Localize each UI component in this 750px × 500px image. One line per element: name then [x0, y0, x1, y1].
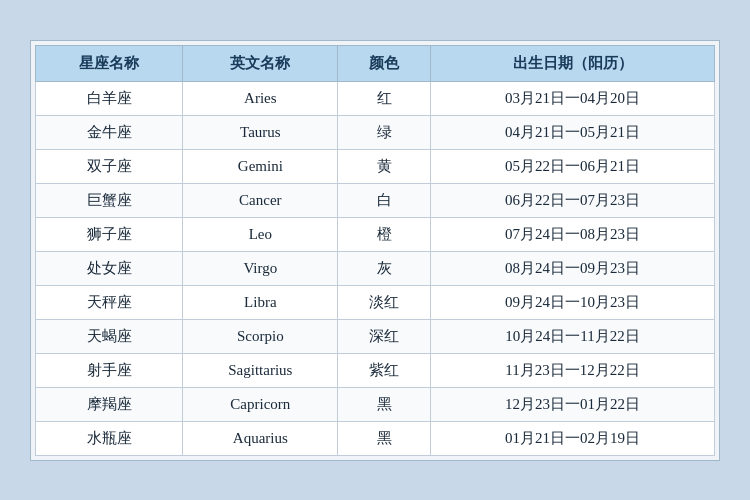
table-row: 射手座Sagittarius紫红11月23日一12月22日 [36, 353, 715, 387]
cell-chinese: 处女座 [36, 251, 183, 285]
zodiac-table: 星座名称 英文名称 颜色 出生日期（阳历） 白羊座Aries红03月21日一04… [35, 45, 715, 456]
table-row: 白羊座Aries红03月21日一04月20日 [36, 81, 715, 115]
cell-chinese: 白羊座 [36, 81, 183, 115]
cell-english: Libra [183, 285, 338, 319]
cell-color: 红 [338, 81, 431, 115]
cell-color: 黑 [338, 387, 431, 421]
table-row: 天蝎座Scorpio深红10月24日一11月22日 [36, 319, 715, 353]
cell-chinese: 天蝎座 [36, 319, 183, 353]
col-header-dates: 出生日期（阳历） [431, 45, 715, 81]
cell-color: 深红 [338, 319, 431, 353]
cell-dates: 06月22日一07月23日 [431, 183, 715, 217]
cell-dates: 03月21日一04月20日 [431, 81, 715, 115]
table-header-row: 星座名称 英文名称 颜色 出生日期（阳历） [36, 45, 715, 81]
table-row: 巨蟹座Cancer白06月22日一07月23日 [36, 183, 715, 217]
cell-chinese: 双子座 [36, 149, 183, 183]
cell-chinese: 金牛座 [36, 115, 183, 149]
cell-color: 黑 [338, 421, 431, 455]
col-header-english: 英文名称 [183, 45, 338, 81]
cell-chinese: 水瓶座 [36, 421, 183, 455]
cell-color: 紫红 [338, 353, 431, 387]
cell-chinese: 狮子座 [36, 217, 183, 251]
col-header-chinese: 星座名称 [36, 45, 183, 81]
cell-english: Cancer [183, 183, 338, 217]
cell-dates: 04月21日一05月21日 [431, 115, 715, 149]
cell-color: 橙 [338, 217, 431, 251]
cell-dates: 12月23日一01月22日 [431, 387, 715, 421]
cell-english: Aries [183, 81, 338, 115]
cell-chinese: 摩羯座 [36, 387, 183, 421]
table-row: 金牛座Taurus绿04月21日一05月21日 [36, 115, 715, 149]
cell-dates: 01月21日一02月19日 [431, 421, 715, 455]
cell-dates: 05月22日一06月21日 [431, 149, 715, 183]
cell-chinese: 巨蟹座 [36, 183, 183, 217]
table-row: 天秤座Libra淡红09月24日一10月23日 [36, 285, 715, 319]
cell-english: Gemini [183, 149, 338, 183]
cell-english: Aquarius [183, 421, 338, 455]
table-row: 狮子座Leo橙07月24日一08月23日 [36, 217, 715, 251]
zodiac-table-container: 星座名称 英文名称 颜色 出生日期（阳历） 白羊座Aries红03月21日一04… [30, 40, 720, 461]
cell-english: Sagittarius [183, 353, 338, 387]
col-header-color: 颜色 [338, 45, 431, 81]
cell-color: 灰 [338, 251, 431, 285]
cell-dates: 10月24日一11月22日 [431, 319, 715, 353]
table-row: 水瓶座Aquarius黑01月21日一02月19日 [36, 421, 715, 455]
cell-chinese: 射手座 [36, 353, 183, 387]
cell-english: Leo [183, 217, 338, 251]
cell-color: 绿 [338, 115, 431, 149]
cell-english: Virgo [183, 251, 338, 285]
table-row: 处女座Virgo灰08月24日一09月23日 [36, 251, 715, 285]
cell-dates: 07月24日一08月23日 [431, 217, 715, 251]
cell-dates: 11月23日一12月22日 [431, 353, 715, 387]
cell-dates: 09月24日一10月23日 [431, 285, 715, 319]
cell-color: 白 [338, 183, 431, 217]
cell-chinese: 天秤座 [36, 285, 183, 319]
cell-english: Scorpio [183, 319, 338, 353]
cell-color: 黄 [338, 149, 431, 183]
cell-english: Capricorn [183, 387, 338, 421]
cell-english: Taurus [183, 115, 338, 149]
table-row: 双子座Gemini黄05月22日一06月21日 [36, 149, 715, 183]
cell-color: 淡红 [338, 285, 431, 319]
cell-dates: 08月24日一09月23日 [431, 251, 715, 285]
table-row: 摩羯座Capricorn黑12月23日一01月22日 [36, 387, 715, 421]
